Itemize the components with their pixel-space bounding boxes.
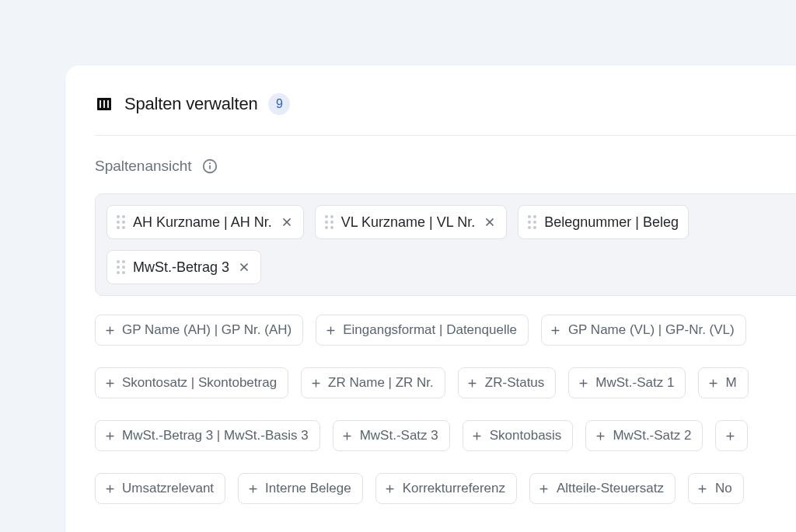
chip-label: GP Name (VL) | GP-Nr. (VL) <box>568 322 735 338</box>
plus-icon <box>309 377 322 389</box>
chip-label: Eingangsformat | Datenquelle <box>343 322 517 338</box>
add-column-chip[interactable]: MwSt.-Betrag 3 | MwSt.-Basis 3 <box>95 420 320 451</box>
chip-label: Skontobasis <box>490 428 562 443</box>
svg-point-6 <box>209 162 211 164</box>
selected-column-chip[interactable]: AH Kurzname | AH Nr. <box>106 205 304 239</box>
chip-label: ZR-Status <box>485 375 545 391</box>
add-column-chip[interactable]: M <box>698 367 748 398</box>
add-column-chip[interactable]: ZR Name | ZR Nr. <box>301 367 445 398</box>
plus-icon <box>577 377 589 389</box>
plus-icon <box>103 429 116 442</box>
drag-handle-icon[interactable] <box>325 215 333 229</box>
add-column-chip[interactable]: Umsatzrelevant <box>95 473 225 504</box>
chip-label: Korrekturreferenz <box>403 481 505 496</box>
add-column-chip[interactable]: No <box>688 473 744 504</box>
chip-label: MwSt.-Satz 2 <box>613 428 691 443</box>
svg-rect-3 <box>106 99 110 109</box>
chip-label: Interne Belege <box>265 481 351 496</box>
chip-label: Skontosatz | Skontobetrag <box>122 375 277 391</box>
selected-columns-area: AH Kurzname | AH Nr. VL Kurzname | VL Nr… <box>95 193 796 296</box>
add-column-chip[interactable]: GP Name (AH) | GP Nr. (AH) <box>95 315 303 346</box>
chip-label: No <box>715 481 732 496</box>
drag-handle-icon[interactable] <box>117 260 125 274</box>
selected-column-chip[interactable]: MwSt.-Betrag 3 <box>106 250 261 284</box>
plus-icon <box>707 377 719 389</box>
drag-handle-icon[interactable] <box>528 215 536 229</box>
remove-icon[interactable] <box>280 215 294 229</box>
chip-label: MwSt.-Satz 1 <box>595 375 674 391</box>
chip-label: MwSt.-Betrag 3 <box>133 259 229 276</box>
selected-column-chip[interactable]: Belegnummer | Beleg <box>518 205 689 239</box>
chip-label: Umsatzrelevant <box>122 481 214 496</box>
columns-icon <box>95 95 113 113</box>
chip-label: GP Name (AH) | GP Nr. (AH) <box>122 322 292 338</box>
plus-icon <box>550 324 562 336</box>
available-columns-area: GP Name (AH) | GP Nr. (AH) Eingangsforma… <box>95 315 796 504</box>
plus-icon <box>594 429 606 442</box>
chip-label: MwSt.-Betrag 3 | MwSt.-Basis 3 <box>122 428 309 443</box>
svg-rect-2 <box>103 99 106 109</box>
add-column-chip[interactable] <box>715 420 748 451</box>
chip-label: Altteile-Steuersatz <box>557 481 664 496</box>
plus-icon <box>103 324 116 336</box>
manage-columns-panel: Spalten verwalten 9 Spaltenansicht AH Ku… <box>65 65 796 532</box>
section-label-row: Spaltenansicht <box>95 158 796 175</box>
add-column-chip[interactable]: Skontosatz | Skontobetrag <box>95 367 288 398</box>
add-column-chip[interactable]: MwSt.-Satz 3 <box>333 420 450 451</box>
plus-icon <box>384 482 396 495</box>
selected-column-chip[interactable]: VL Kurzname | VL Nr. <box>315 205 507 239</box>
chip-label: Belegnummer | Beleg <box>544 214 679 231</box>
chip-label: VL Kurzname | VL Nr. <box>341 214 475 231</box>
column-count-badge: 9 <box>268 93 290 115</box>
plus-icon <box>324 324 337 336</box>
plus-icon <box>696 482 709 495</box>
add-column-chip[interactable]: Korrekturreferenz <box>375 473 517 504</box>
section-label: Spaltenansicht <box>95 158 192 175</box>
add-column-chip[interactable]: GP Name (VL) | GP-Nr. (VL) <box>541 315 746 346</box>
panel-header: Spalten verwalten 9 <box>95 93 796 136</box>
plus-icon <box>466 377 479 389</box>
plus-icon <box>724 429 736 442</box>
chip-label: ZR Name | ZR Nr. <box>328 375 434 391</box>
remove-icon[interactable] <box>483 215 497 229</box>
add-column-chip[interactable]: Interne Belege <box>238 473 363 504</box>
svg-rect-1 <box>99 99 102 109</box>
add-column-chip[interactable]: Eingangsformat | Datenquelle <box>316 315 529 346</box>
add-column-chip[interactable]: MwSt.-Satz 1 <box>568 367 686 398</box>
plus-icon <box>538 482 550 495</box>
add-column-chip[interactable]: Skontobasis <box>463 420 574 451</box>
plus-icon <box>341 429 354 442</box>
add-column-chip[interactable]: Altteile-Steuersatz <box>529 473 676 504</box>
drag-handle-icon[interactable] <box>117 215 125 229</box>
panel-title: Spalten verwalten <box>124 94 257 114</box>
remove-icon[interactable] <box>237 260 251 274</box>
plus-icon <box>246 482 259 495</box>
info-icon[interactable] <box>201 158 218 175</box>
chip-label: AH Kurzname | AH Nr. <box>133 214 272 231</box>
chip-label: MwSt.-Satz 3 <box>360 428 438 443</box>
add-column-chip[interactable]: MwSt.-Satz 2 <box>585 420 703 451</box>
plus-icon <box>471 429 484 442</box>
plus-icon <box>103 482 116 495</box>
plus-icon <box>103 377 116 389</box>
add-column-chip[interactable]: ZR-Status <box>458 367 557 398</box>
chip-label: M <box>725 375 736 391</box>
